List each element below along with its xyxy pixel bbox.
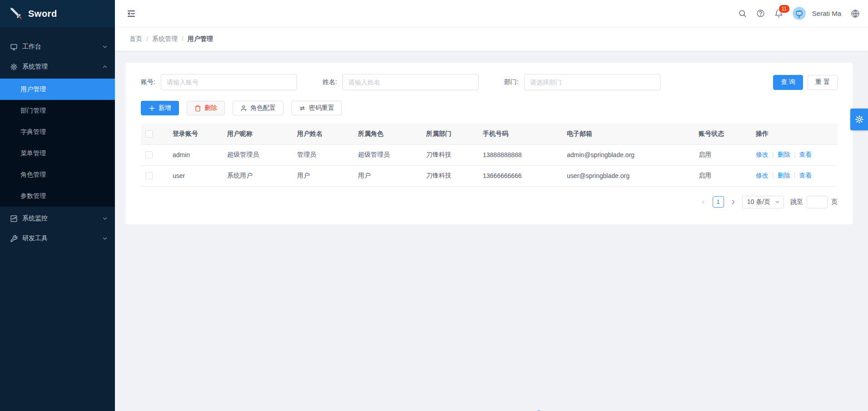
user-table: 登录账号用户昵称用户姓名所属角色所属部门手机号码电子邮箱账号状态操作 admin… (141, 124, 838, 187)
table-cell: 超级管理员 (353, 144, 422, 165)
action-separator: | (794, 151, 796, 158)
pagination-prev-icon[interactable] (698, 197, 709, 208)
sidebar-item-role[interactable]: 角色管理 (0, 164, 115, 185)
table-cell: 系统用户 (223, 165, 293, 186)
delete-button[interactable]: 删除 (187, 101, 225, 115)
pagination-next-icon[interactable] (728, 197, 739, 208)
add-button[interactable]: 新增 (141, 101, 179, 115)
reset-button[interactable]: 重 置 (808, 75, 838, 90)
page-unit-label: 页 (831, 198, 838, 206)
table-cell: user (168, 165, 223, 186)
user-management-card: 账号: 姓名: 部门: 查 询 重 置 (126, 63, 853, 224)
table-cell: 管理员 (293, 144, 353, 165)
bell-icon[interactable]: 11 (774, 9, 783, 18)
page-size-select[interactable]: 10 条/页 (742, 196, 784, 208)
refresh-icon (299, 105, 306, 112)
breadcrumb-separator: / (146, 35, 148, 43)
table-cell: 用户 (353, 165, 422, 186)
sidebar-item-dept[interactable]: 部门管理 (0, 100, 115, 121)
table-cell: 刀锋科技 (422, 165, 478, 186)
chevron-down-icon (102, 216, 108, 221)
row-checkbox[interactable] (145, 151, 153, 158)
row-action-1[interactable]: 删除 (778, 151, 790, 158)
monitor-icon (10, 43, 18, 51)
column-header: 所属部门 (422, 124, 478, 144)
sidebar-item-label: 系统管理 (22, 63, 102, 71)
row-action-2[interactable]: 查看 (799, 151, 812, 158)
sidebar: Sword 工作台系统管理用户管理部门管理字典管理菜单管理角色管理参数管理系统监… (0, 0, 115, 411)
table-cell: 超级管理员 (223, 144, 293, 165)
row-action-1[interactable]: 删除 (778, 172, 790, 179)
app-logo: Sword (0, 0, 115, 27)
table-cell: 用户 (293, 165, 353, 186)
sidebar-item-menu[interactable]: 菜单管理 (0, 143, 115, 164)
trash-icon (194, 105, 201, 112)
password-reset-button[interactable]: 密码重置 (291, 101, 342, 115)
breadcrumb-separator: / (182, 35, 184, 43)
jump-label: 跳至 (790, 198, 803, 206)
plus-icon (149, 105, 155, 112)
table-cell: 启用 (694, 144, 751, 165)
column-header: 操作 (751, 124, 838, 144)
wrench-icon (10, 235, 18, 243)
collapse-sidebar-icon[interactable] (126, 8, 137, 19)
column-header: 手机号码 (478, 124, 562, 144)
search-button[interactable]: 查 询 (773, 75, 803, 90)
select-all-checkbox[interactable] (145, 130, 153, 138)
name-input[interactable] (342, 74, 479, 90)
sidebar-item-devtools[interactable]: 研发工具 (0, 228, 115, 248)
search-icon[interactable] (738, 9, 747, 18)
avatar[interactable] (793, 7, 806, 20)
sidebar-item-dict[interactable]: 字典管理 (0, 121, 115, 143)
row-actions: 修改|删除|查看 (751, 144, 838, 165)
column-header: 用户昵称 (223, 124, 293, 144)
search-form: 账号: 姓名: 部门: 查 询 重 置 (141, 74, 838, 90)
sidebar-item-system[interactable]: 系统管理 (0, 57, 115, 77)
pagination: 1 10 条/页 跳至 页 (141, 196, 838, 208)
jump-page-input[interactable] (807, 196, 828, 208)
row-checkbox[interactable] (145, 172, 153, 179)
toolbar: 新增 删除 角色配置 (141, 101, 838, 115)
pagination-page-1[interactable]: 1 (713, 196, 724, 208)
gear-icon (10, 63, 18, 71)
chevron-up-icon (102, 64, 108, 69)
dept-label: 部门: (504, 78, 519, 86)
name-label: 姓名: (322, 78, 337, 86)
sidebar-item-param[interactable]: 参数管理 (0, 185, 115, 207)
column-header: 所属角色 (353, 124, 422, 144)
column-header: 登录账号 (168, 124, 223, 144)
sidebar-nav: 工作台系统管理用户管理部门管理字典管理菜单管理角色管理参数管理系统监控研发工具 (0, 27, 115, 248)
sidebar-item-workbench[interactable]: 工作台 (0, 37, 115, 57)
row-action-0[interactable]: 修改 (756, 172, 769, 179)
chevron-down-icon (775, 199, 780, 204)
settings-gear-icon (855, 115, 864, 124)
app-title: Sword (28, 9, 57, 19)
role-config-button[interactable]: 角色配置 (233, 101, 283, 115)
table-row: user系统用户用户用户刀锋科技13666666666user@springbl… (141, 165, 838, 186)
sidebar-item-user[interactable]: 用户管理 (0, 79, 115, 100)
sidebar-item-label: 研发工具 (22, 234, 102, 243)
sidebar-item-label: 系统监控 (22, 214, 102, 223)
row-action-0[interactable]: 修改 (756, 151, 769, 158)
table-cell: admin (168, 144, 223, 165)
table-cell: admin@springblade.org (562, 144, 694, 165)
theme-settings-button[interactable] (850, 109, 868, 130)
row-action-2[interactable]: 查看 (799, 172, 812, 179)
chevron-down-icon (102, 236, 108, 241)
table-row: admin超级管理员管理员超级管理员刀锋科技13888888888admin@s… (141, 144, 838, 165)
action-separator: | (794, 172, 796, 179)
table-header: 登录账号用户昵称用户姓名所属角色所属部门手机号码电子邮箱账号状态操作 (141, 124, 838, 144)
user-name[interactable]: Serati Ma (812, 10, 841, 17)
sidebar-item-monitor[interactable]: 系统监控 (0, 208, 115, 228)
breadcrumb-item-0[interactable]: 首页 (129, 35, 142, 43)
breadcrumb-item-2: 用户管理 (188, 35, 213, 43)
help-icon[interactable] (756, 9, 765, 18)
account-input[interactable] (161, 74, 297, 90)
globe-icon[interactable] (851, 9, 860, 18)
breadcrumb: 首页/系统管理/用户管理 (115, 27, 868, 51)
breadcrumb-item-1[interactable]: 系统管理 (152, 35, 178, 43)
dept-select[interactable] (524, 74, 660, 90)
sidebar-item-label: 工作台 (22, 43, 102, 51)
action-separator: | (772, 151, 774, 158)
column-header: 电子邮箱 (562, 124, 694, 144)
